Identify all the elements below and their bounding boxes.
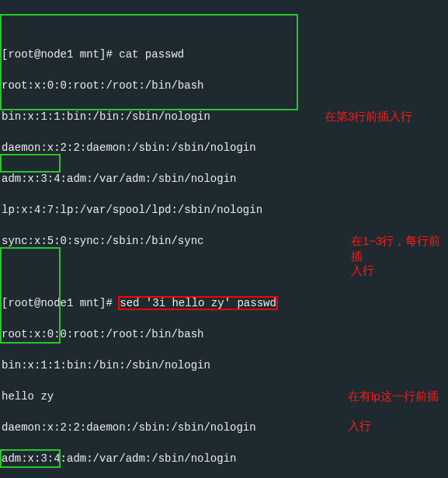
annotation-1: 在第3行前插入行 [325, 109, 412, 124]
command-sed-3i: sed '3i hello zy' passwd [119, 297, 277, 309]
shell-prompt: [root@node1 mnt]# [2, 297, 119, 309]
shell-prompt: [root@node1 mnt]# [2, 48, 119, 61]
annotation-3-line2: 入行 [348, 418, 371, 434]
annotation-3-line1: 在有lp这一行前插 [348, 389, 448, 404]
output-line: daemon:x:2:2:daemon:/sbin:/sbin/nologin [2, 140, 446, 155]
output-line: bin:x:1:1:bin:/bin:/sbin/nologin [2, 358, 446, 373]
output-line: daemon:x:2:2:daemon:/sbin:/sbin/nologin [2, 420, 446, 435]
command-cat: cat passwd [119, 48, 184, 61]
output-line: root:x:0:0:root:/root:/bin/bash [2, 326, 446, 342]
annotation-2-line1: 在1~3行，每行前插 [351, 233, 448, 264]
highlight-box-hello-1 [0, 154, 61, 173]
highlight-box-cat-output [0, 14, 298, 110]
output-line: adm:x:3:4:adm:/var/adm:/sbin/nologin [2, 451, 446, 466]
terminal[interactable]: [root@node1 mnt]# cat passwd root:x:0:0:… [0, 0, 448, 478]
output-line: root:x:0:0:root:/root:/bin/bash [2, 78, 446, 93]
output-line: adm:x:3:4:adm:/var/adm:/sbin/nologin [2, 171, 446, 187]
annotation-2-line2: 入行 [351, 263, 374, 278]
output-line: lp:x:4:7:lp:/var/spool/lpd:/sbin/nologin [2, 202, 446, 218]
